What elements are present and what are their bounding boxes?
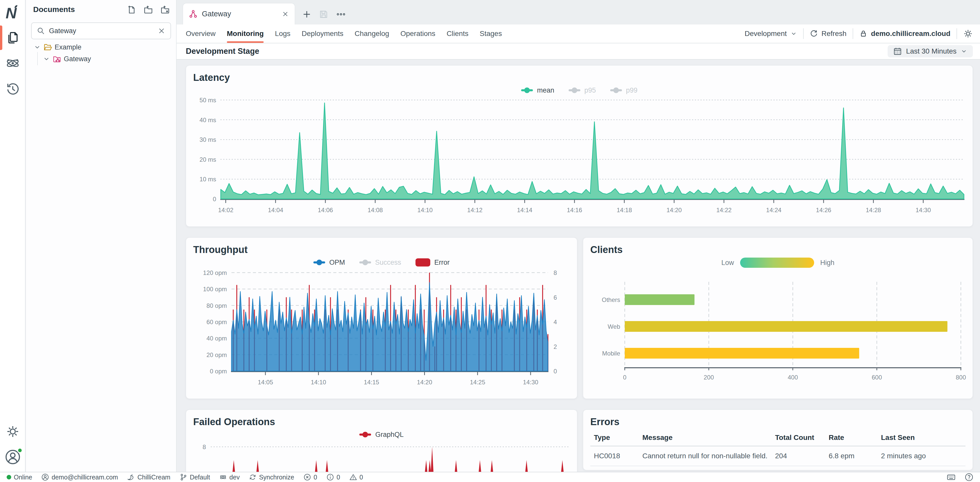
error-last-seen: 2 minutes ago	[877, 446, 966, 466]
online-dot-icon	[6, 475, 11, 479]
tab-stages[interactable]: Stages	[479, 24, 502, 43]
tree-item-example[interactable]: Example	[26, 41, 176, 53]
svg-text:14:10: 14:10	[311, 379, 326, 385]
failed-operations-chart[interactable]: 8	[193, 442, 570, 472]
environment-select[interactable]: Development	[745, 30, 797, 38]
new-tab-icon[interactable]	[302, 10, 311, 19]
refresh-button[interactable]: Refresh	[810, 30, 846, 38]
account-status[interactable]: demo@chillicream.com	[41, 473, 118, 481]
failed-operations-card: Failed Operations GraphQL 8	[186, 409, 577, 472]
organize-folders-icon[interactable]	[160, 5, 170, 14]
svg-text:20 ms: 20 ms	[200, 156, 216, 163]
save-icon[interactable]	[319, 10, 328, 19]
synchronize-button[interactable]: Synchronize	[249, 473, 294, 481]
project-status[interactable]: Default	[180, 473, 210, 481]
tab-logs[interactable]: Logs	[275, 24, 290, 43]
clear-search-icon[interactable]	[158, 27, 165, 35]
gradient-scale	[740, 258, 814, 268]
success-series-marker	[360, 262, 371, 263]
new-folder-icon[interactable]	[143, 5, 153, 14]
legend-item-p95[interactable]: p95	[569, 86, 596, 94]
svg-text:14:26: 14:26	[816, 206, 831, 214]
svg-text:14:02: 14:02	[218, 206, 233, 214]
svg-text:40 ms: 40 ms	[200, 117, 216, 124]
warning-count[interactable]: 0	[349, 473, 363, 481]
document-settings-icon[interactable]	[963, 29, 973, 38]
organization-status[interactable]: ChilliCream	[127, 473, 170, 481]
graphql-series-marker	[360, 434, 371, 436]
svg-text:14:30: 14:30	[523, 379, 538, 385]
new-document-icon[interactable]	[127, 5, 136, 14]
legend-item-graphql[interactable]: GraphQL	[360, 431, 404, 439]
svg-text:80 opm: 80 opm	[207, 302, 227, 309]
col-header-rate: Rate	[825, 431, 877, 446]
help-icon[interactable]	[965, 473, 974, 482]
info-count[interactable]: 0	[326, 473, 340, 481]
clients-chart[interactable]: 0200400600800OthersWebMobile	[590, 269, 966, 392]
connection-host[interactable]: demo.chillicream.cloud	[859, 30, 950, 38]
stage-title: Development Stage	[186, 47, 888, 56]
divider	[956, 28, 957, 39]
rail-item-account[interactable]	[0, 445, 25, 469]
error-row[interactable]: HC0018 Cannot return null for non-nullab…	[590, 446, 966, 466]
folder-open-icon	[43, 43, 52, 52]
svg-text:100 opm: 100 opm	[203, 285, 227, 293]
legend-item-p99[interactable]: p99	[610, 86, 638, 94]
throughput-chart[interactable]: 0 opm20 opm40 opm60 opm80 opm100 opm120 …	[193, 270, 570, 389]
svg-text:4: 4	[554, 319, 557, 325]
svg-text:30 ms: 30 ms	[200, 136, 216, 143]
tab-clients[interactable]: Clients	[447, 24, 469, 43]
latency-chart[interactable]: 010 ms20 ms30 ms40 ms50 ms14:0214:0414:0…	[193, 97, 966, 217]
svg-text:60 opm: 60 opm	[207, 319, 227, 325]
rail-item-history[interactable]	[0, 76, 25, 101]
online-status: Online	[6, 474, 32, 481]
svg-text:20 opm: 20 opm	[207, 351, 227, 358]
atom-icon	[219, 473, 227, 481]
environment-status[interactable]: dev	[219, 473, 240, 481]
legend-item-mean[interactable]: mean	[521, 86, 554, 94]
warning-triangle-icon	[349, 473, 357, 481]
rail-item-settings[interactable]	[0, 419, 25, 444]
svg-text:14:24: 14:24	[766, 206, 781, 214]
chevron-down-icon	[791, 30, 797, 37]
tab-operations[interactable]: Operations	[401, 24, 435, 43]
environment-label: Development	[745, 30, 787, 38]
clients-card: Clients Low High 0200400600800OthersWebM…	[583, 238, 973, 399]
tab-monitoring[interactable]: Monitoring	[227, 24, 264, 43]
stage-bar: Development Stage Last 30 Minutes	[177, 43, 980, 60]
rail-item-documents[interactable]	[0, 25, 25, 50]
error-type: HC0018	[590, 446, 639, 466]
error-count[interactable]: 0	[304, 473, 317, 481]
svg-text:14:04: 14:04	[268, 206, 283, 214]
error-series-marker	[415, 258, 430, 266]
info-circle-icon	[326, 473, 334, 481]
svg-text:14:12: 14:12	[467, 206, 483, 214]
legend-item-error[interactable]: Error	[415, 258, 450, 266]
search-input[interactable]	[49, 27, 154, 35]
documents-search	[31, 22, 171, 39]
time-range-select[interactable]: Last 30 Minutes	[888, 45, 973, 57]
tab-gateway[interactable]: Gateway	[183, 3, 295, 24]
svg-text:Mobile: Mobile	[602, 350, 620, 357]
documents-panel: Documents Example Gateway	[26, 0, 177, 472]
clients-legend: Low High	[590, 256, 966, 269]
latency-title: Latency	[193, 72, 966, 83]
main-area: Gateway Overview Monitoring Logs Deploym…	[177, 0, 980, 472]
folder-graph-icon	[52, 55, 61, 63]
legend-item-opm[interactable]: OPM	[313, 258, 345, 266]
close-tab-icon[interactable]	[282, 10, 289, 18]
latency-card: Latency mean p95 p99 010 ms20 ms30 ms40 …	[186, 65, 973, 227]
tab-deployments[interactable]: Deployments	[302, 24, 343, 43]
tree-item-gateway[interactable]: Gateway	[26, 53, 176, 65]
calendar-icon	[893, 47, 902, 55]
more-actions-icon[interactable]	[336, 9, 346, 19]
host-label: demo.chillicream.cloud	[871, 30, 950, 38]
tab-overview[interactable]: Overview	[186, 24, 216, 43]
opm-series-marker	[313, 262, 325, 263]
rail-item-schema[interactable]	[0, 51, 25, 76]
status-bar: Online demo@chillicream.com ChilliCream …	[0, 472, 980, 482]
tab-changelog[interactable]: Changelog	[355, 24, 389, 43]
throughput-title: Throughput	[193, 244, 570, 255]
keyboard-shortcuts-icon[interactable]	[947, 473, 956, 482]
legend-item-success[interactable]: Success	[360, 258, 401, 266]
